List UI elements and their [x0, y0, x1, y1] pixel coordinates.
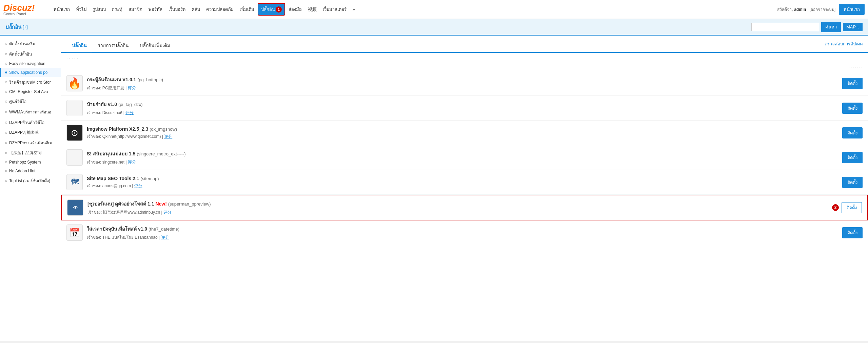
- new-badge: New!: [155, 201, 166, 207]
- sidebar-item-1[interactable]: ตัดตั้งปลั๊กอิน: [0, 49, 61, 59]
- sidebar-item-12[interactable]: Petshopz System: [0, 158, 61, 167]
- sidebar-dot: [5, 152, 7, 154]
- plugin-item-1: 🔥กระทู้อันร้อนแรง V1.0.1 (pg_hottopic)เจ…: [61, 71, 868, 96]
- sidebar-item-4[interactable]: ร้านค้าชุมชนMicro Stor: [0, 77, 61, 87]
- header: Discuz! Control Panel หน้าแรกทั่วไปรูปแบ…: [0, 0, 868, 19]
- sidebar-item-7[interactable]: WWMAบริการหาเพื่อนอ: [0, 107, 61, 117]
- sidebar-dot: [5, 63, 7, 65]
- sidebar-item-8[interactable]: DZAPPร้านค้าวีดีโอ: [0, 117, 61, 128]
- nav-item-4[interactable]: สมาชิก: [126, 4, 145, 15]
- install-button-2[interactable]: ติดตั้ง: [842, 103, 863, 114]
- sidebar-item-5[interactable]: CM! Register Set Ava: [0, 87, 61, 96]
- add-plugin-link[interactable]: [+]: [23, 24, 28, 29]
- sidebar-dot: [5, 53, 7, 55]
- sub-header-title: ปลั๊กอิน: [5, 23, 21, 31]
- nav-item-2[interactable]: รูปแบบ: [90, 4, 108, 15]
- plugin-info-5: Site Map SEO Tools 2.1 (sitemap)เจ้าของ:…: [87, 176, 838, 189]
- nav-item-0[interactable]: หน้าแรก: [51, 4, 73, 15]
- plugin-action-3: ติดตั้ง: [842, 127, 863, 138]
- nav-item-1[interactable]: ทั่วไป: [73, 4, 89, 15]
- plugin-action-6: 2ติดตั้ง: [832, 202, 862, 213]
- nav-item-13[interactable]: เว็บมาสเตอร์: [320, 4, 349, 15]
- sidebar-dot: [5, 81, 7, 83]
- sidebar-item-label: Show applications po: [9, 70, 47, 75]
- main-content: ปลั๊กอินรายการปลั๊กอินปลั๊กอินเพิ่มเติม …: [61, 36, 868, 341]
- tabs: ปลั๊กอินรายการปลั๊กอินปลั๊กอินเพิ่มเติม: [61, 36, 819, 52]
- dots-row: ......: [61, 53, 868, 62]
- install-button-5[interactable]: ติดตั้ง: [842, 177, 863, 188]
- rate-link-5[interactable]: 评分: [134, 184, 142, 188]
- sub-header-left: ปลั๊กอิน [+]: [5, 23, 28, 31]
- nav-item-10[interactable]: ปลั๊กอิน1: [258, 3, 285, 16]
- plugin-action-2: ติดตั้ง: [842, 103, 863, 114]
- plugin-info-3: Imgshow Platform X2.5_2.3 (qx_imgshow)เจ…: [87, 126, 838, 140]
- plugin-name-6: [ซูเปอร์แมน] ดูตัวอย่างโพสต์ 1.1 New! (s…: [87, 200, 828, 208]
- rate-link-6[interactable]: 评分: [163, 210, 172, 215]
- plugin-owner-2: เจ้าของ: Discuzthai! | 评分: [87, 109, 838, 116]
- header-right: สวัสดีจ้า, admin [ออกจากระบบ] หน้าแรก: [777, 4, 865, 15]
- plugin-owner-1: เจ้าของ: PG应用开发 | 评分: [87, 85, 838, 91]
- plugin-info-7: ใส่เวลาปัจจุบันเมื่อโพสต์ v1.0 (the7_dat…: [87, 225, 838, 240]
- plugin-name-5: Site Map SEO Tools 2.1 (sitemap): [87, 176, 838, 181]
- plugin-icon-2: [66, 100, 83, 116]
- sidebar-item-label: TopList (เวอร์ชั่นเสียดั้ง): [9, 177, 50, 184]
- map-button[interactable]: MAP ↓: [843, 23, 863, 31]
- plugin-name-3: Imgshow Platform X2.5_2.3 (qx_imgshow): [87, 126, 838, 132]
- nav-item-6[interactable]: เว็บบอร์ด: [166, 4, 188, 15]
- sidebar-item-10[interactable]: DZAPPการแจ้งเตือนอีเม: [0, 137, 61, 148]
- rate-link-1[interactable]: 评分: [128, 86, 136, 90]
- tab-2[interactable]: ปลั๊กอินเพิ่มเติม: [134, 39, 176, 52]
- sidebar-item-14[interactable]: TopList (เวอร์ชั่นเสียดั้ง): [0, 175, 61, 186]
- welcome-text: สวัสดีจ้า, admin: [777, 6, 806, 13]
- plugin-icon-3: ⊙: [66, 125, 83, 141]
- plugin-icon-7: 📅: [66, 224, 83, 241]
- home-button[interactable]: หน้าแรก: [839, 4, 865, 15]
- nav-item-12[interactable]: 视频: [305, 4, 319, 15]
- nav-item-3[interactable]: กระทู้: [109, 4, 125, 15]
- install-button-4[interactable]: ติดตั้ง: [842, 152, 863, 163]
- logout-link[interactable]: [ออกจากระบบ]: [809, 6, 835, 13]
- sidebar-item-label: ศูนย์วีดีโอ: [9, 98, 26, 105]
- install-button-3[interactable]: ติดตั้ง: [842, 127, 863, 138]
- nav-item-11[interactable]: ส่องมือ: [286, 4, 304, 15]
- sidebar-item-label: Easy site navigation: [9, 61, 45, 66]
- plugin-icon-4: [66, 149, 83, 166]
- plugin-owner-5: เจ้าของ: abans@qq.com | 评分: [87, 183, 838, 189]
- nav-item-5[interactable]: พอร์ทัล: [146, 4, 165, 15]
- plugin-action-4: ติดตั้ง: [842, 152, 863, 163]
- sidebar-item-6[interactable]: ศูนย์วีดีโอ: [0, 96, 61, 107]
- nav-item-7[interactable]: คลับ: [189, 4, 203, 15]
- plugin-item-4: S! สนับสนุนแม่แบบ 1.5 (singcere_metro_ex…: [61, 145, 868, 170]
- main-nav: หน้าแรกทั่วไปรูปแบบกระทู้สมาชิกพอร์ทัลเว…: [51, 3, 777, 16]
- sidebar-item-11[interactable]: 【深蓝】品牌空间: [0, 148, 61, 158]
- check-update-link[interactable]: ตรวจสอบการอัปเดต: [819, 37, 868, 51]
- nav-item-14[interactable]: »: [350, 5, 358, 14]
- nav-item-8[interactable]: ความปลอดภัย: [203, 4, 236, 15]
- sidebar-dot: [5, 180, 7, 182]
- rate-link-3[interactable]: 评分: [164, 134, 172, 139]
- sidebar-item-3[interactable]: Show applications po: [0, 68, 61, 77]
- search-button[interactable]: ค้นหา: [821, 22, 841, 32]
- tabs-row: ปลั๊กอินรายการปลั๊กอินปลั๊กอินเพิ่มเติม …: [61, 36, 868, 52]
- sidebar-item-label: DZAPP万能表单: [9, 130, 39, 135]
- install-button-6[interactable]: ติดตั้ง: [842, 202, 862, 213]
- sidebar-item-9[interactable]: DZAPP万能表单: [0, 128, 61, 137]
- tab-0[interactable]: ปลั๊กอิน: [66, 39, 92, 52]
- search-input[interactable]: [751, 23, 819, 31]
- sidebar-item-2[interactable]: Easy site navigation: [0, 59, 61, 68]
- sidebar-item-13[interactable]: No Addon Hint: [0, 167, 61, 175]
- sidebar-item-0[interactable]: ตัดตั้งส่วนเสริม: [0, 38, 61, 49]
- action-badge-6: 2: [832, 204, 839, 211]
- tab-1[interactable]: รายการปลั๊กอิน: [92, 39, 134, 52]
- plugin-item-6: 👁[ซูเปอร์แมน] ดูตัวอย่างโพสต์ 1.1 New! (…: [61, 195, 868, 220]
- plugin-owner-6: เจ้าของ: 旧言dz源码网www.adminbuy.cn | 评分: [87, 209, 828, 215]
- sidebar-dot: [5, 170, 7, 172]
- install-button-1[interactable]: ติดตั้ง: [842, 78, 863, 89]
- install-button-7[interactable]: ติดตั้ง: [842, 227, 863, 238]
- sidebar-dot: [5, 111, 7, 113]
- plugin-icon-6: 👁: [67, 199, 83, 216]
- rate-link-2[interactable]: 评分: [125, 110, 134, 115]
- rate-link-4[interactable]: 评分: [128, 160, 136, 165]
- nav-item-9[interactable]: เพิ่มเติม: [237, 4, 257, 15]
- rate-link-7[interactable]: 评分: [161, 235, 169, 240]
